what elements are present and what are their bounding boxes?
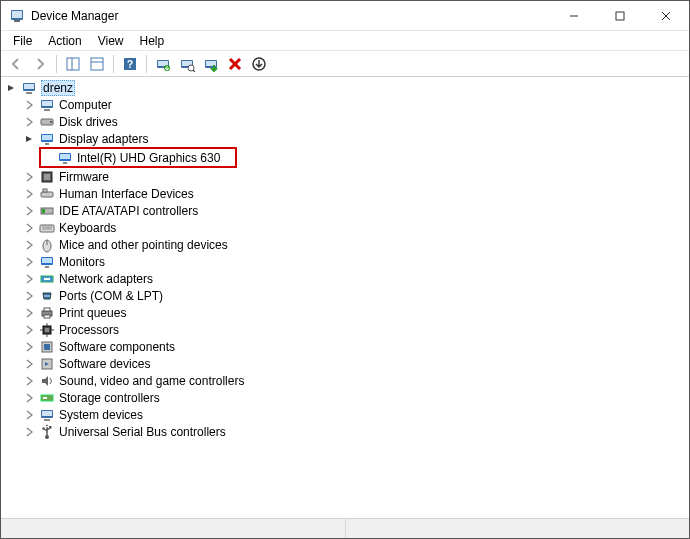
svg-rect-54 [44,278,50,280]
forward-button[interactable] [29,53,51,75]
maximize-button[interactable] [597,1,643,31]
tree-item-label: Ports (COM & LPT) [59,289,163,303]
tree-item-label: Computer [59,98,112,112]
firmware-icon [39,169,55,185]
tree-item-intel-gpu[interactable]: Intel(R) UHD Graphics 630 [41,149,235,166]
tree-item-label: Storage controllers [59,391,160,405]
help-button[interactable]: ? [119,53,141,75]
svg-rect-68 [44,344,50,350]
sound-icon [39,373,55,389]
expand-icon[interactable] [23,188,35,200]
svg-rect-30 [44,109,50,111]
properties-button[interactable] [86,53,108,75]
svg-rect-29 [42,101,52,106]
svg-point-32 [50,121,52,123]
tree-item-firmware[interactable]: Firmware [23,168,689,185]
tree-item-label: Mice and other pointing devices [59,238,228,252]
menu-help[interactable]: Help [132,32,173,50]
svg-rect-73 [42,411,52,416]
tree-item-print-queues[interactable]: Print queues [23,304,689,321]
ide-icon [39,203,55,219]
expand-icon[interactable] [23,290,35,302]
svg-point-55 [44,295,46,297]
toolbar-separator [146,55,147,73]
svg-rect-52 [45,266,49,268]
titlebar: Device Manager [1,1,689,31]
svg-rect-34 [42,135,52,140]
menu-action[interactable]: Action [40,32,89,50]
uninstall-device-button[interactable] [224,53,246,75]
menu-view[interactable]: View [90,32,132,50]
expand-icon[interactable] [23,116,35,128]
expand-icon[interactable] [23,205,35,217]
svg-rect-27 [26,92,32,94]
tree-item-display-adapters[interactable]: Display adapters [23,130,689,147]
expand-icon[interactable] [23,426,35,438]
expand-icon[interactable] [23,256,35,268]
statusbar-pane [1,519,346,538]
tree-item-mice[interactable]: Mice and other pointing devices [23,236,689,253]
expand-icon[interactable] [23,239,35,251]
tree-root[interactable]: drenz [5,79,689,96]
expand-icon[interactable] [23,375,35,387]
expand-icon[interactable] [23,171,35,183]
tree-item-label: Firmware [59,170,109,184]
svg-rect-42 [43,189,47,192]
expand-icon[interactable] [23,341,35,353]
expand-icon[interactable] [23,324,35,336]
tree-item-sound[interactable]: Sound, video and game controllers [23,372,689,389]
svg-rect-26 [24,84,34,89]
tree-item-label: Human Interface Devices [59,187,194,201]
app-icon [9,8,25,24]
tree-item-disk-drives[interactable]: Disk drives [23,113,689,130]
disable-device-button[interactable] [248,53,270,75]
expand-icon[interactable] [23,307,35,319]
tree-view[interactable]: drenz Computer Disk drives [1,77,689,518]
tree-item-processors[interactable]: Processors [23,321,689,338]
minimize-button[interactable] [551,1,597,31]
close-button[interactable] [643,1,689,31]
tree-item-storage[interactable]: Storage controllers [23,389,689,406]
tree-item-software-components[interactable]: Software components [23,338,689,355]
svg-rect-37 [60,154,70,159]
expand-icon[interactable] [23,409,35,421]
tree-item-ide[interactable]: IDE ATA/ATAPI controllers [23,202,689,219]
expand-icon[interactable] [23,358,35,370]
disk-icon [39,114,55,130]
tree-item-network[interactable]: Network adapters [23,270,689,287]
tree-item-label: Print queues [59,306,126,320]
tree-item-label: Keyboards [59,221,116,235]
collapse-icon[interactable] [23,133,35,145]
tree-item-system[interactable]: System devices [23,406,689,423]
usb-icon [39,424,55,440]
back-button[interactable] [5,53,27,75]
tree-item-label: Software devices [59,357,150,371]
menu-file[interactable]: File [5,32,40,50]
update-driver-button[interactable] [152,53,174,75]
menubar: File Action View Help [1,31,689,51]
show-hide-tree-button[interactable] [62,53,84,75]
tree-item-label: Intel(R) UHD Graphics 630 [77,151,220,165]
tree-item-software-devices[interactable]: Software devices [23,355,689,372]
collapse-icon[interactable] [5,82,17,94]
tree-item-monitors[interactable]: Monitors [23,253,689,270]
expand-icon[interactable] [23,273,35,285]
svg-rect-40 [44,174,50,180]
tree-item-usb[interactable]: Universal Serial Bus controllers [23,423,689,440]
scan-hardware-button[interactable] [176,53,198,75]
computer-icon [39,97,55,113]
tree-item-computer[interactable]: Computer [23,96,689,113]
svg-point-57 [48,295,50,297]
toolbar-separator [56,55,57,73]
svg-rect-4 [616,12,624,20]
expand-icon[interactable] [23,99,35,111]
enable-device-button[interactable] [200,53,222,75]
svg-rect-9 [91,58,103,70]
tree-item-hid[interactable]: Human Interface Devices [23,185,689,202]
expand-icon[interactable] [23,392,35,404]
svg-rect-74 [44,419,50,421]
tree-item-keyboards[interactable]: Keyboards [23,219,689,236]
expand-icon[interactable] [23,222,35,234]
tree-item-ports[interactable]: Ports (COM & LPT) [23,287,689,304]
tree-item-label: Network adapters [59,272,153,286]
